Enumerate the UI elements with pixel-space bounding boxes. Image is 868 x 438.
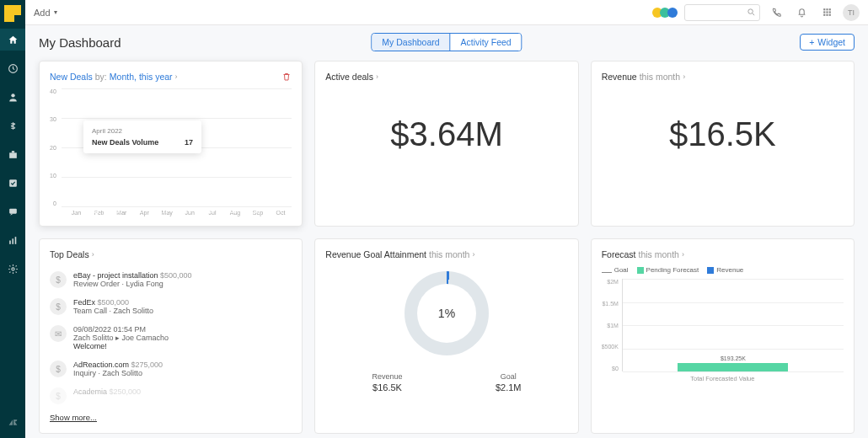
page-title: My Dashboard (39, 35, 121, 50)
chevron-right-icon: › (683, 72, 685, 81)
tab-my-dashboard[interactable]: My Dashboard (372, 34, 449, 51)
goal-revenue-label: Revenue $16.5K (372, 372, 403, 393)
chevron-down-icon: ▾ (54, 8, 57, 16)
view-toggle: My Dashboard Activity Feed (371, 33, 522, 51)
avatar[interactable]: TI (843, 4, 860, 21)
card-top-deals: Top Deals › $eBay - project installation… (39, 238, 303, 434)
add-widget-button[interactable]: + Widget (800, 34, 855, 51)
new-deals-chart: 403020100 2111171715218221817 April 2022… (50, 88, 292, 206)
sidebar (0, 0, 25, 438)
card-goal-attainment: Revenue Goal Attainment this month › 1% … (314, 238, 578, 434)
add-button[interactable]: Add ▾ (34, 8, 57, 18)
dollar-icon: $ (50, 271, 67, 288)
forecast-x-label: Total Forecasted Value (602, 375, 844, 382)
topbar: Add ▾ TI (25, 0, 868, 25)
svg-point-9 (11, 267, 13, 270)
card-new-deals: New Deals by: Month, this year › 4030201… (39, 61, 303, 227)
phone-icon[interactable] (767, 3, 785, 22)
dollar-icon: $ (50, 387, 67, 404)
svg-rect-13 (828, 8, 830, 10)
deal-item[interactable]: $AdReaction.com $275,000Inquiry · Zach S… (50, 355, 292, 382)
nav-contacts[interactable] (0, 86, 25, 108)
show-more-link[interactable]: Show more... (50, 413, 97, 422)
svg-rect-7 (12, 238, 13, 244)
card-title-new-deals[interactable]: New Deals by: Month, this year › (50, 72, 292, 82)
donut-chart: 1% (325, 271, 567, 355)
card-title-top-deals[interactable]: Top Deals › (50, 249, 292, 259)
apps-icon[interactable] (817, 3, 836, 22)
svg-rect-11 (823, 8, 825, 10)
svg-rect-17 (823, 14, 825, 16)
svg-point-10 (748, 9, 753, 14)
svg-rect-3 (11, 151, 13, 152)
svg-rect-16 (828, 11, 830, 13)
nav-deals[interactable] (0, 115, 25, 136)
svg-rect-15 (826, 11, 828, 13)
deal-item[interactable]: ✉09/08/2022 01:54 PMZach Solitto ▸ Joe C… (50, 320, 292, 355)
chevron-right-icon: › (682, 250, 684, 259)
card-forecast: Forecast this month › Goal Pending Forec… (591, 238, 855, 434)
plus-icon: + (809, 37, 814, 47)
nav-reports[interactable] (0, 229, 25, 251)
svg-rect-12 (826, 8, 828, 10)
search-icon (747, 8, 756, 17)
nav-zendesk[interactable] (0, 411, 25, 433)
active-deals-value: $3.64M (325, 115, 567, 153)
search-input[interactable] (684, 4, 760, 21)
svg-rect-8 (14, 237, 16, 244)
forecast-chart: $2M$1.5M$1M$500K$0 $193.25K (602, 279, 844, 371)
chevron-right-icon: › (472, 250, 474, 259)
goal-target-label: Goal $2.1M (496, 372, 522, 393)
mail-icon: ✉ (50, 325, 67, 342)
deal-item[interactable]: $Academia $250,000 (50, 382, 292, 409)
bell-icon[interactable] (792, 3, 811, 22)
card-title-revenue[interactable]: Revenue this month › (602, 72, 844, 82)
revenue-value: $16.5K (602, 115, 844, 153)
chevron-right-icon: › (175, 72, 178, 81)
forecast-legend: Goal Pending Forecast Revenue (602, 266, 844, 274)
card-title-forecast[interactable]: Forecast this month › (602, 249, 844, 259)
card-active-deals: Active deals › $3.64M (314, 61, 578, 227)
deal-item[interactable]: $eBay - project installation $500,000Rev… (50, 266, 292, 293)
svg-rect-6 (9, 240, 11, 243)
nav-activity[interactable] (0, 57, 25, 79)
dollar-icon: $ (50, 361, 67, 377)
nav-companies[interactable] (0, 143, 25, 165)
page-header: My Dashboard My Dashboard Activity Feed … (25, 25, 868, 56)
svg-rect-2 (9, 152, 17, 158)
nav-home[interactable] (0, 29, 25, 51)
main: Add ▾ TI My Dashboard My Dashboard (25, 0, 868, 438)
app-logo (4, 5, 21, 22)
trash-icon[interactable] (281, 72, 292, 82)
tab-activity-feed[interactable]: Activity Feed (450, 34, 522, 51)
dashboard-content: New Deals by: Month, this year › 4030201… (25, 56, 868, 438)
nav-settings[interactable] (0, 258, 25, 280)
chevron-right-icon: › (92, 250, 94, 259)
deal-item[interactable]: $FedEx $500,000Team Call · Zach Solitto (50, 293, 292, 320)
svg-rect-19 (828, 14, 830, 16)
svg-rect-14 (823, 11, 825, 13)
card-title-active-deals[interactable]: Active deals › (325, 72, 567, 82)
card-title-goal[interactable]: Revenue Goal Attainment this month › (325, 249, 567, 259)
add-label: Add (34, 8, 51, 18)
svg-rect-4 (9, 179, 17, 187)
nav-chat[interactable] (0, 200, 25, 222)
dollar-icon: $ (50, 298, 67, 315)
card-revenue: Revenue this month › $16.5K (591, 61, 855, 227)
chart-tooltip: April 2022 New Deals Volume 17 (83, 120, 201, 153)
svg-point-1 (11, 93, 14, 97)
svg-rect-18 (826, 14, 828, 16)
nav-tasks[interactable] (0, 172, 25, 194)
svg-rect-5 (9, 208, 17, 213)
integrations-icon[interactable] (655, 8, 678, 18)
chevron-right-icon: › (376, 72, 378, 81)
